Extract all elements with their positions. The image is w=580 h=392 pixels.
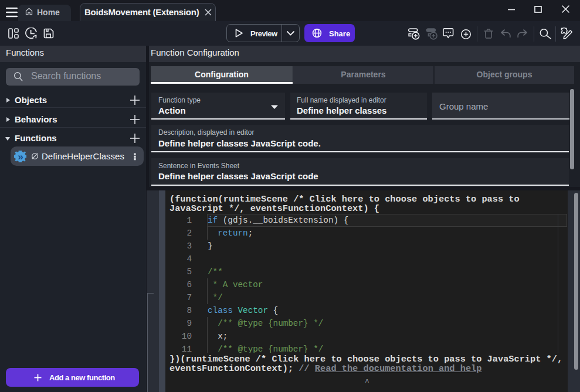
svg-text:»: » [18, 151, 23, 162]
